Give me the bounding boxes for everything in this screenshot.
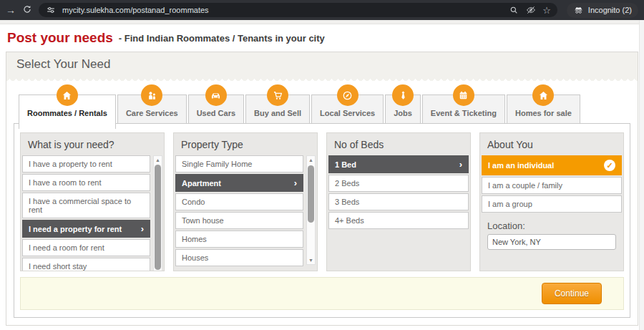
tie-icon [392,84,414,106]
column-title: About You [480,133,623,155]
page-subtitle: - Find Indian Roommates / Tenants in you… [119,33,325,44]
people-icon [141,84,162,106]
location-input[interactable] [487,234,616,250]
cart-icon [267,84,288,106]
column-about-you: About You I am an individual✓ I am a cou… [479,132,624,271]
tab-used-cars[interactable]: Used Cars [188,94,244,124]
need-option-selected[interactable]: I need a property for rent› [22,220,150,238]
tab-homes-for-sale[interactable]: Homes for sale [507,94,580,124]
column-property-type: Property Type Single Family Home Apartme… [173,132,318,271]
tab-label: Care Services [126,109,178,117]
compass-icon [337,84,358,106]
beds-option[interactable]: 4+ Beds [328,212,469,229]
forward-icon[interactable]: → [6,5,16,15]
page-title: Post your needs [7,30,113,46]
column-title: No of Beds [327,133,470,155]
incognito-label: Incognito (2) [588,6,632,14]
tab-label: Homes for sale [515,109,572,117]
reload-icon[interactable] [22,4,32,16]
need-option[interactable]: I need short stay accommodation [22,258,150,271]
about-option[interactable]: I am a couple / family [482,177,622,194]
column-title: Property Type [174,133,317,155]
property-option[interactable]: Homes [175,230,303,248]
tab-event-ticketing[interactable]: Event & Ticketing [422,94,505,124]
footer-bar: Continue [20,277,624,310]
tab-buy-and-sell[interactable]: Buy and Sell [245,94,310,124]
main-container: Select Your Need Roommates / Rentals Car… [6,52,638,326]
home-icon [57,84,78,106]
need-option[interactable]: I have a commercial space to rent [22,193,150,218]
site-settings-icon[interactable] [45,4,57,16]
need-option[interactable]: I have a room to rent [22,174,150,191]
chevron-right-icon: › [459,160,462,169]
section-title: Select Your Need [6,52,638,77]
zoom-icon[interactable] [508,4,519,16]
scroll-down-icon[interactable]: ▼ [307,256,315,264]
bookmark-star-icon[interactable]: ☆ [542,5,551,16]
tab-label: Roommates / Rentals [27,109,107,117]
continue-button[interactable]: Continue [542,283,602,304]
browser-toolbar: → mycity.sulekha.com/postanad_roommates … [0,0,644,20]
location-label: Location: [480,214,623,234]
tab-label: Jobs [394,109,412,117]
window-scrollbar[interactable] [639,20,644,330]
page-header: Post your needs - Find Indian Roommates … [0,24,644,52]
property-option-selected[interactable]: Apartment› [175,174,303,192]
tab-roommates-rentals[interactable]: Roommates / Rentals [19,94,116,129]
scroll-thumb[interactable] [308,165,314,223]
property-option[interactable]: Single Family Home [175,155,303,173]
property-option[interactable]: Houses [175,249,303,266]
column-what-is-your-need: What is your need? I have a property to … [20,132,165,271]
beds-option-selected[interactable]: 1 Bed› [328,155,469,173]
zigzag-divider [6,77,638,81]
car-icon [205,84,227,106]
calendar-icon [453,84,474,106]
chevron-right-icon: › [294,178,297,188]
scroll-thumb[interactable] [155,165,161,270]
chevron-right-icon: › [141,224,144,233]
tab-local-services[interactable]: Local Services [311,94,384,124]
address-bar[interactable]: mycity.sulekha.com/postanad_roommates ☆ [39,3,557,17]
scroll-up-icon[interactable]: ▲ [307,156,315,164]
need-option[interactable]: I need a room for rent [22,239,150,256]
beds-option[interactable]: 3 Beds [328,193,469,210]
tab-label: Used Cars [197,109,235,117]
about-option-selected[interactable]: I am an individual✓ [482,155,622,175]
about-option[interactable]: I am a group [482,195,622,213]
beds-option[interactable]: 2 Beds [328,175,469,192]
tab-care-services[interactable]: Care Services [117,94,187,124]
need-option[interactable]: I have a property to rent [22,155,150,173]
property-option[interactable]: Condo [175,193,303,210]
tab-label: Buy and Sell [254,109,301,117]
url-text[interactable]: mycity.sulekha.com/postanad_roommates [62,6,502,14]
incognito-badge[interactable]: Incognito (2) [567,3,638,18]
category-tabs: Roommates / Rentals Care Services Used C… [19,94,638,124]
column-title: What is your need? [21,133,164,155]
incognito-icon [573,5,584,16]
tab-label: Event & Ticketing [431,109,497,117]
eye-off-icon[interactable] [525,4,537,16]
tab-jobs[interactable]: Jobs [385,94,421,124]
tab-label: Local Services [320,109,375,117]
property-option[interactable]: Town house [175,212,303,229]
check-icon: ✓ [604,160,615,171]
home-sale-icon [532,84,554,106]
property-scrollbar[interactable]: ▲ ▼ [306,155,316,265]
tab-panel: What is your need? I have a property to … [14,123,630,318]
scroll-up-icon[interactable]: ▲ [154,156,162,164]
column-no-of-beds: No of Beds 1 Bed› 2 Beds 3 Beds 4+ Beds [326,132,471,271]
need-scrollbar[interactable]: ▲ ▼ [153,155,162,271]
